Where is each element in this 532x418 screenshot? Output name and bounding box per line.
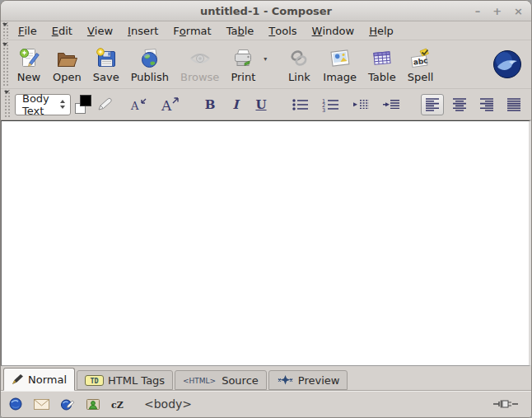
text-color-swatch[interactable] <box>80 95 91 106</box>
minimize-button[interactable]: – <box>475 6 481 16</box>
menubar-grippy[interactable] <box>2 22 9 39</box>
smaller-font-icon: A <box>129 96 149 113</box>
window-controls: – + × <box>475 1 523 21</box>
highlight-color-button[interactable] <box>96 97 113 112</box>
open-folder-icon <box>54 46 79 71</box>
menu-edit[interactable]: Edit <box>44 21 80 40</box>
composer-icon[interactable] <box>61 398 75 411</box>
element-breadcrumb[interactable]: <body> <box>144 397 192 411</box>
print-dropdown-arrow-icon[interactable]: ▾ <box>264 55 267 63</box>
table-button[interactable]: Table <box>362 45 402 85</box>
italic-button-label: I <box>232 97 238 112</box>
toolbar-button-label: Browse <box>180 71 219 83</box>
menu-view[interactable]: View <box>80 21 120 40</box>
window-title: untitled-1 - Composer <box>200 5 332 17</box>
justify-button[interactable] <box>502 94 525 115</box>
spell-button[interactable]: abcSpell <box>402 45 440 85</box>
larger-font-icon: A <box>160 96 181 114</box>
html-tags-td-icon: TD <box>85 375 104 386</box>
menu-file[interactable]: File <box>11 21 44 40</box>
save-floppy-icon <box>94 46 119 71</box>
toolbar-grippy[interactable] <box>2 42 9 87</box>
addressbook-icon[interactable] <box>86 398 100 410</box>
maximize-button[interactable]: + <box>492 6 502 16</box>
image-photo-icon <box>328 46 352 71</box>
composer-window: untitled-1 - Composer – + × FileEditView… <box>0 0 532 418</box>
new-button[interactable]: New <box>11 45 47 85</box>
align-right-button[interactable] <box>475 94 498 115</box>
browse-button: Browse <box>175 45 225 85</box>
svg-text:A: A <box>161 97 172 114</box>
html-source-icon: <HTML> <box>183 375 217 385</box>
edit-mode-tabbar: NormalTDHTML Tags<HTML>SourcePreview <box>1 366 531 391</box>
spell-check-icon: abc <box>408 46 433 71</box>
svg-text:3: 3 <box>322 106 325 112</box>
svg-text:cZ: cZ <box>111 400 124 410</box>
justify-icon <box>506 97 522 111</box>
underline-button[interactable]: U <box>250 94 272 115</box>
toolbar-button-label: Print <box>231 71 255 83</box>
align-center-button[interactable] <box>448 94 471 115</box>
publish-button[interactable]: Publish <box>125 45 175 85</box>
save-button[interactable]: Save <box>87 45 125 85</box>
paragraph-style-spinner[interactable] <box>56 95 70 115</box>
navigator-globe-icon[interactable] <box>9 397 22 411</box>
toolbar-button-label: Image <box>323 71 357 83</box>
print-button[interactable]: Print▾ <box>225 45 261 85</box>
format-toolbar: Body Text AABIU123 <box>1 89 531 120</box>
menu-table[interactable]: Table <box>219 21 262 40</box>
link-chain-icon <box>287 46 311 71</box>
chatzilla-icon[interactable]: cZ <box>111 399 126 410</box>
outdent-button[interactable] <box>348 94 375 115</box>
paragraph-style-value: Body Text <box>16 92 56 117</box>
underline-button-label: U <box>255 97 266 112</box>
numbered-list-button[interactable]: 123 <box>318 94 344 115</box>
toolbar-button-label: Link <box>288 71 310 83</box>
menu-help[interactable]: Help <box>362 21 401 40</box>
image-button[interactable]: Image <box>317 45 362 85</box>
bullet-list-icon <box>291 97 310 112</box>
formatbar-grippy[interactable] <box>3 90 11 119</box>
larger-font-button[interactable]: A <box>156 94 184 115</box>
svg-text:<HTML>: <HTML> <box>183 377 216 385</box>
toolbar-button-label: Spell <box>408 71 434 83</box>
indent-icon <box>382 97 402 112</box>
menu-insert[interactable]: Insert <box>120 21 166 40</box>
smaller-font-button[interactable]: A <box>126 94 152 115</box>
table-grid-icon <box>370 46 394 71</box>
toolbar-button-label: Save <box>93 71 119 83</box>
titlebar[interactable]: untitled-1 - Composer – + × <box>1 1 531 21</box>
tab-normal[interactable]: Normal <box>3 368 75 391</box>
bullet-list-button[interactable] <box>287 94 314 115</box>
text-color-picker[interactable] <box>80 95 86 114</box>
svg-text:A: A <box>130 100 139 112</box>
open-button[interactable]: Open <box>47 45 87 85</box>
tab-html-tags[interactable]: TDHTML Tags <box>77 370 173 390</box>
menu-tools[interactable]: Tools <box>261 21 304 40</box>
paragraph-style-select[interactable]: Body Text <box>15 94 71 115</box>
menubar: FileEditViewInsertFormatTableToolsWindow… <box>1 21 531 40</box>
bold-button[interactable]: B <box>199 94 221 115</box>
seamonkey-logo[interactable] <box>492 49 522 79</box>
svg-text:TD: TD <box>90 376 98 384</box>
tab-source[interactable]: <HTML>Source <box>175 370 267 390</box>
menu-format[interactable]: Format <box>166 21 218 40</box>
link-button[interactable]: Link <box>281 45 317 85</box>
toolbar-button-label: New <box>17 71 40 83</box>
menubar-items: FileEditViewInsertFormatTableToolsWindow… <box>11 21 401 40</box>
edit-mode-pen-icon <box>12 373 24 385</box>
italic-button[interactable]: I <box>225 94 246 115</box>
align-right-icon <box>478 97 495 111</box>
indent-button[interactable] <box>379 94 405 115</box>
menu-window[interactable]: Window <box>305 21 362 40</box>
tab-preview[interactable]: Preview <box>268 370 348 390</box>
align-left-button[interactable] <box>421 94 444 115</box>
close-button[interactable]: × <box>514 6 523 16</box>
tab-label: HTML Tags <box>108 374 165 387</box>
editor-canvas[interactable] <box>1 120 531 366</box>
align-left-icon <box>424 97 441 111</box>
online-status-button[interactable] <box>493 399 518 409</box>
format-buttons: AABIU123 <box>114 94 530 115</box>
component-bar: cZ <box>9 397 126 411</box>
mail-envelope-icon[interactable] <box>34 399 49 410</box>
